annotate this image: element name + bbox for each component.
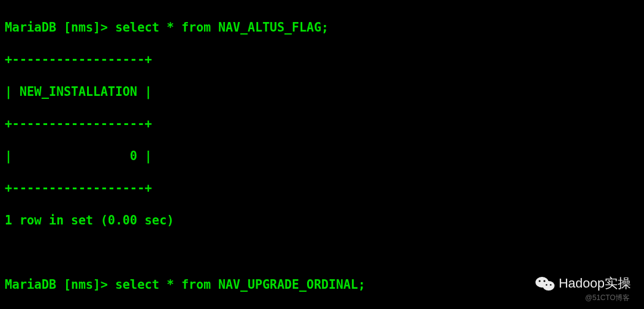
- svg-point-4: [546, 284, 547, 286]
- site-credit: @51CTO博客: [585, 293, 630, 303]
- terminal-output[interactable]: MariaDB [nms]> select * from NAV_ALTUS_F…: [0, 0, 644, 309]
- watermark-text: Hadoop实操: [559, 274, 631, 292]
- wechat-icon: [535, 275, 555, 292]
- svg-point-3: [543, 280, 545, 282]
- table-separator: +------------------+: [5, 116, 639, 132]
- sql-query: select * from NAV_UPGRADE_ORDINAL;: [115, 277, 366, 292]
- watermark: Hadoop实操: [535, 274, 631, 292]
- table-separator: +------------------+: [5, 52, 639, 68]
- table-separator: +------------------+: [5, 180, 639, 196]
- svg-point-5: [550, 284, 552, 286]
- sql-query: select * from NAV_ALTUS_FLAG;: [115, 20, 329, 35]
- table-row: | 0 |: [5, 148, 639, 164]
- blank-line: [5, 245, 639, 261]
- prompt-line-1: MariaDB [nms]> select * from NAV_ALTUS_F…: [5, 20, 639, 36]
- table-header-row: | NEW_INSTALLATION |: [5, 84, 639, 100]
- svg-point-1: [543, 281, 555, 291]
- sql-prompt: MariaDB [nms]>: [5, 277, 115, 292]
- sql-prompt: MariaDB [nms]>: [5, 20, 115, 35]
- query-status: 1 row in set (0.00 sec): [5, 213, 639, 229]
- svg-point-2: [538, 280, 540, 282]
